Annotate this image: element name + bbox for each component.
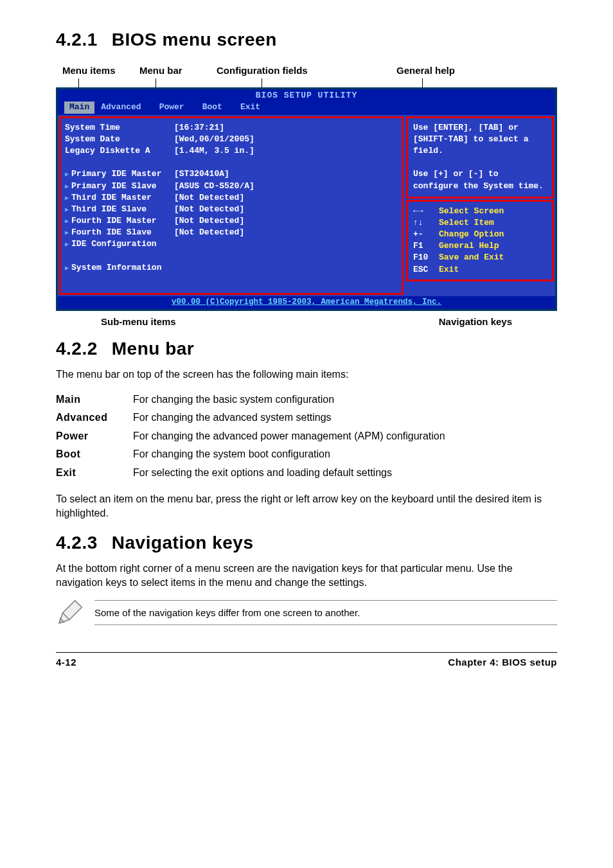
nav-row-5: ESCExit: [413, 264, 547, 276]
section-heading-421: 4.2.1BIOS menu screen: [56, 27, 557, 52]
def-row-power: PowerFor changing the advanced power man…: [56, 427, 557, 445]
bios-tab-exit[interactable]: Exit: [234, 102, 272, 113]
bios-title: BIOS SETUP UTILITY: [58, 89, 555, 102]
def-row-boot: BootFor changing the system boot configu…: [56, 445, 557, 463]
label-config-fields: Configuration fields: [217, 64, 364, 77]
bios-row-ide-3[interactable]: Third IDE Slave[Not Detected]: [65, 204, 398, 215]
page-footer: 4-12 Chapter 4: BIOS setup: [56, 652, 557, 669]
bios-help-panel: Use [ENTER], [TAB] or [SHIFT-TAB] to sel…: [406, 116, 554, 199]
bios-row-diskette[interactable]: Legacy Diskette A[1.44M, 3.5 in.]: [65, 145, 398, 157]
nav-row-2: +-Change Option: [413, 229, 547, 240]
nav-row-4: F10Save and Exit: [413, 252, 547, 263]
note-block: Some of the navigation keys differ from …: [56, 599, 557, 626]
label-menu-bar: Menu bar: [139, 64, 217, 77]
section-number: 4.2.2: [56, 339, 98, 359]
label-submenu-items: Sub-menu items: [101, 315, 176, 328]
chapter-label: Chapter 4: BIOS setup: [448, 655, 557, 669]
nav-row-0: ←→Select Screen: [413, 206, 547, 217]
bios-row-ide-2[interactable]: Third IDE Master[Not Detected]: [65, 192, 398, 204]
bios-tab-main[interactable]: Main: [64, 102, 94, 113]
bios-row-ide-4[interactable]: Fourth IDE Master[Not Detected]: [65, 215, 398, 227]
nav-keys-paragraph: At the bottom right corner of a menu scr…: [56, 562, 557, 590]
section-number: 4.2.1: [56, 30, 98, 49]
menu-bar-definitions: MainFor changing the basic system config…: [56, 391, 557, 482]
section-title: Menu bar: [112, 339, 194, 359]
note-text: Some of the navigation keys differ from …: [94, 600, 557, 625]
bios-help-text: Use [ENTER], [TAB] or [SHIFT-TAB] to sel…: [413, 122, 547, 192]
bios-screenshot: BIOS SETUP UTILITY Main Advanced Power B…: [56, 87, 557, 310]
section-title: BIOS menu screen: [112, 30, 277, 49]
menu-bar-intro: The menu bar on top of the screen has th…: [56, 368, 557, 382]
section-title: Navigation keys: [112, 533, 254, 553]
bios-menu-bar: Main Advanced Power Boot Exit: [58, 102, 555, 114]
bios-row-sysdate[interactable]: System Date[Wed,06/01/2005]: [65, 134, 398, 145]
pencil-icon: [56, 599, 83, 626]
bios-top-labels: Menu items Menu bar Configuration fields…: [56, 64, 557, 77]
bios-left-panel: System Time[16:37:21] System Date[Wed,06…: [59, 116, 404, 295]
menu-bar-outro: To select an item on the menu bar, press…: [56, 492, 557, 521]
def-row-main: MainFor changing the basic system config…: [56, 391, 557, 409]
label-general-help: General help: [396, 64, 486, 77]
bios-row-ide-5[interactable]: Fourth IDE Slave[Not Detected]: [65, 227, 398, 238]
section-number: 4.2.3: [56, 533, 98, 553]
section-heading-422: 4.2.2Menu bar: [56, 336, 557, 361]
bios-row-ide-6[interactable]: IDE Configuration: [65, 238, 398, 250]
bios-row-sysinfo[interactable]: System Information: [65, 262, 398, 274]
bios-row-systime[interactable]: System Time[16:37:21]: [65, 122, 398, 134]
bios-tab-power[interactable]: Power: [153, 102, 196, 113]
bios-footer-text: v00.00 (C)Copyright 1985-2003, American …: [58, 296, 555, 309]
section-heading-423: 4.2.3Navigation keys: [56, 530, 557, 555]
label-menu-items: Menu items: [62, 64, 139, 77]
bios-row-ide-0[interactable]: Primary IDE Master[ST320410A]: [65, 168, 398, 180]
label-navigation-keys: Navigation keys: [439, 315, 512, 328]
page-number: 4-12: [56, 655, 76, 669]
nav-row-3: F1General Help: [413, 240, 547, 252]
bios-tab-boot[interactable]: Boot: [196, 102, 234, 113]
bios-nav-panel: ←→Select Screen ↑↓Select Item +-Change O…: [406, 200, 554, 281]
nav-row-1: ↑↓Select Item: [413, 217, 547, 229]
bios-under-labels: Sub-menu items Navigation keys: [56, 315, 557, 328]
label-connectors: [56, 78, 557, 87]
def-row-advanced: AdvancedFor changing the advanced system…: [56, 409, 557, 427]
bios-row-ide-1[interactable]: Primary IDE Slave[ASUS CD-S520/A]: [65, 181, 398, 192]
def-row-exit: ExitFor selecting the exit options and l…: [56, 464, 557, 482]
bios-tab-advanced[interactable]: Advanced: [94, 102, 152, 113]
